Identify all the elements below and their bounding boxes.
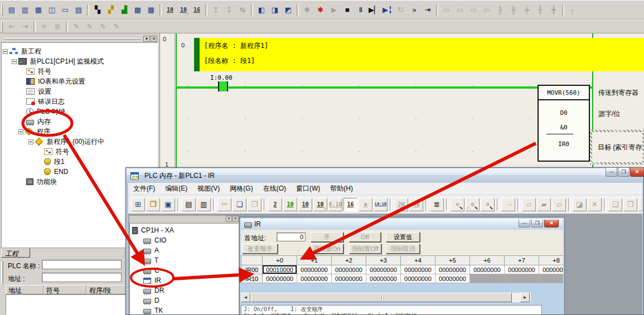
value-cell[interactable]: 00000000 [401,265,435,274]
ir-window-titlebar[interactable]: IR [241,219,563,230]
tree-item-program1[interactable]: 新程序1 (00)运行中 [2,137,157,147]
cross-reference-icon[interactable]: ▭ [59,4,71,16]
copy-icon[interactable]: ❏ [233,198,246,211]
compare-program-icon[interactable]: ↹ [236,4,249,16]
toggle-project-window-icon[interactable]: ⇤ [6,21,18,33]
value-cell[interactable]: 00000000 [297,274,332,283]
print-preview-icon[interactable]: ▥ [197,198,211,211]
minimize-button[interactable]: — [606,168,617,177]
save-icon[interactable]: ▣ [161,198,175,211]
paste-icon[interactable]: ❐ [248,198,262,211]
find-replace-icon[interactable]: ○ [466,198,480,211]
contact-i000[interactable] [218,81,228,91]
value-cell-selected[interactable]: 00010000 [263,265,297,274]
scroll-left-button[interactable]: ◄ [241,293,250,302]
two-word-icon[interactable]: 2W [394,198,408,211]
edit-rung-comment-icon[interactable]: ✎ [70,21,83,33]
run-to-end-icon[interactable]: ⇥ [422,4,434,16]
transfer-down-icon[interactable]: ↧ [223,4,235,16]
toggle-output-window-icon[interactable]: ⇥ [19,21,31,33]
menu-item[interactable]: 编辑(E) [160,182,192,195]
collapse-icon[interactable] [12,59,17,64]
pause-monitoring-icon[interactable]: ✱ [301,4,313,16]
redo-edit-icon[interactable]: ✎ [97,21,109,33]
tree-item-d[interactable]: D [130,295,238,306]
monitor-signed-decimal-icon[interactable]: 10 [177,4,190,16]
fast-forward-icon[interactable]: » [408,4,420,16]
value-cell[interactable]: 00000000 [366,265,401,274]
value-cell[interactable]: 00000000 [297,265,332,274]
set-value-button[interactable]: 设置值 [386,232,420,242]
show-comments-icon[interactable]: ≡ [38,21,50,33]
force-on-button[interactable]: 强制置On [311,244,343,254]
change-monitor-icon[interactable]: ▰ [537,198,551,211]
text-mode-icon[interactable]: ▭ [481,4,493,16]
tree-item-error-log[interactable]: 错误日志 [2,96,157,106]
output-window-icon[interactable]: ◫ [46,4,58,16]
delete-edit-icon[interactable]: ✎ [110,21,123,33]
compare-with-plc-icon[interactable]: ❏ [638,198,642,211]
close-button[interactable]: ✕ [630,168,644,177]
hex-format-icon[interactable]: 16 [343,198,357,211]
tree-item-plc[interactable]: 新PLC1[CP1H] 监视模式 [2,56,157,66]
force-cancel-button[interactable]: 强制取消 [386,244,420,254]
properties-icon[interactable]: ▨ [72,4,85,16]
cancel-transfer-icon[interactable]: ✕ [588,198,602,211]
value-cell[interactable]: 00000000 [470,265,505,274]
ladder-view-icon[interactable]: ▩ [132,4,144,16]
transfer-to-plc-icon[interactable]: ❏ [608,198,622,211]
ir-close-button[interactable]: ✕ [544,220,559,227]
show-data-tree-icon[interactable]: ⊞ [131,198,145,211]
ascii-format-icon[interactable]: a [359,198,372,211]
binary-format-icon[interactable]: 2 [268,198,282,211]
movr-instruction-block[interactable]: MOVR(560) D0 &0 IR0 [538,85,590,162]
tree-item-c[interactable]: C [130,265,238,275]
collapse-icon[interactable] [28,139,33,144]
monitor-hex-icon[interactable]: 16 [191,4,203,16]
new-window-icon[interactable]: ▤ [6,4,18,16]
stop-icon[interactable]: ■ [341,4,354,16]
plc-name-field[interactable] [42,260,122,269]
scrollbar-thumb[interactable] [251,293,512,302]
restore-button[interactable]: ❐ [618,168,630,177]
tree-item-io-table[interactable]: IO表和单元设置 [2,76,157,86]
tree-item-settings[interactable]: 设置 [2,86,157,96]
run-icon[interactable]: ▶ [328,4,340,16]
value-cell[interactable]: 00000000 [401,274,435,283]
panel-close-button[interactable]: ✕ [233,216,239,222]
contact-mode-icon[interactable]: ▭ [454,4,466,16]
force-off-button[interactable]: 强制置Off [349,244,381,254]
step-run-icon[interactable]: ▶▏ [368,4,380,16]
pause-monitor-icon[interactable]: ▱ [522,198,536,211]
toolbar-grip[interactable] [1,4,3,16]
memory-window-titlebar[interactable]: PLC 内存 - 新PLC1 - IR [127,168,643,183]
tab-project[interactable]: 工程 [1,248,30,258]
collapse-icon[interactable] [3,49,8,54]
tree-item-memory[interactable]: 内存 [2,117,157,127]
zoom-icon[interactable]: ○ [481,198,495,211]
value-cell[interactable]: 00000000 [366,274,401,283]
new-contact-icon[interactable]: ╟ [494,4,506,16]
ir-minimize-button[interactable]: — [519,220,530,227]
panel-drag-bar[interactable] [3,38,141,40]
symbol-table-icon[interactable]: ▞ [105,4,117,16]
signed-decimal-format-icon[interactable]: 10 [313,198,327,211]
find-icon[interactable]: ○ [451,198,464,211]
build-window-icon[interactable]: ▥ [19,4,31,16]
scroll-right-button[interactable]: ► [520,293,530,302]
value-cell[interactable]: 00000000 [539,265,563,274]
tree-item-plc-clock[interactable]: PLC 时钟 [2,106,157,117]
step-into-icon[interactable]: ▶╏ [381,4,394,16]
show-rung-annotations-icon[interactable]: ≣ [51,21,64,33]
value-cell-empty[interactable] [470,274,505,283]
menu-item[interactable]: 网格(G) [225,182,258,195]
fill-data-icon[interactable]: ◪ [573,198,587,211]
selection-mode-icon[interactable]: ▭ [440,4,453,16]
new-closed-contact-icon[interactable]: ╫ [507,4,520,16]
tree-item-section1[interactable]: 段1 [2,157,157,167]
value-cell-empty[interactable] [505,274,539,283]
value-cell[interactable]: 00000000 [332,265,366,274]
open-icon[interactable]: ❐ [146,198,160,211]
ir-restore-button[interactable]: ❐ [531,220,543,227]
tree-item-cp1h[interactable]: CP1H - XA [130,225,238,235]
